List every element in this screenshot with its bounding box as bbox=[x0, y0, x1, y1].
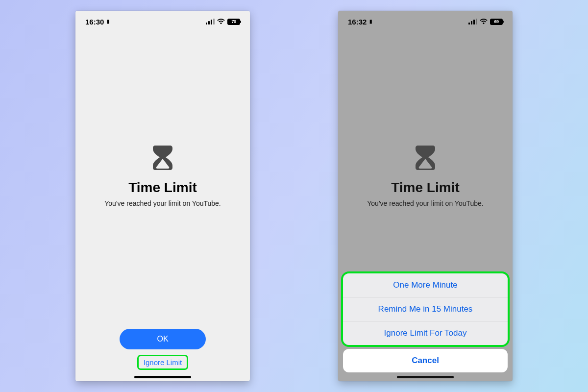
phone-screenshot-left: 16:30 ▮ 70 Time Limit You've reached yo bbox=[75, 11, 250, 381]
action-sheet-group: One More Minute Remind Me in 15 Minutes … bbox=[343, 273, 508, 345]
action-remind-15-min[interactable]: Remind Me in 15 Minutes bbox=[343, 297, 508, 321]
action-ignore-today[interactable]: Ignore Limit For Today bbox=[343, 321, 508, 345]
bottom-actions: OK Ignore Limit bbox=[75, 329, 250, 368]
page-subtitle: You've reached your limit on YouTube. bbox=[104, 199, 220, 207]
page-subtitle: You've reached your limit on YouTube. bbox=[367, 199, 483, 207]
ignore-limit-link[interactable]: Ignore Limit bbox=[139, 356, 187, 368]
home-indicator[interactable] bbox=[397, 376, 454, 378]
page-title: Time Limit bbox=[128, 180, 197, 196]
phone-screenshot-right: 16:32 ▮ 69 Time Limit You've reached yo bbox=[338, 11, 513, 381]
time-limit-panel: Time Limit You've reached your limit on … bbox=[75, 11, 250, 362]
hourglass-icon bbox=[415, 146, 436, 172]
home-indicator[interactable] bbox=[134, 376, 191, 378]
action-sheet: One More Minute Remind Me in 15 Minutes … bbox=[343, 273, 508, 372]
action-cancel[interactable]: Cancel bbox=[343, 349, 508, 372]
hourglass-icon bbox=[152, 146, 173, 172]
page-title: Time Limit bbox=[391, 180, 460, 196]
ok-button[interactable]: OK bbox=[120, 329, 206, 349]
action-one-more-minute[interactable]: One More Minute bbox=[343, 273, 508, 297]
comparison-stage: 16:30 ▮ 70 Time Limit You've reached yo bbox=[0, 0, 588, 392]
